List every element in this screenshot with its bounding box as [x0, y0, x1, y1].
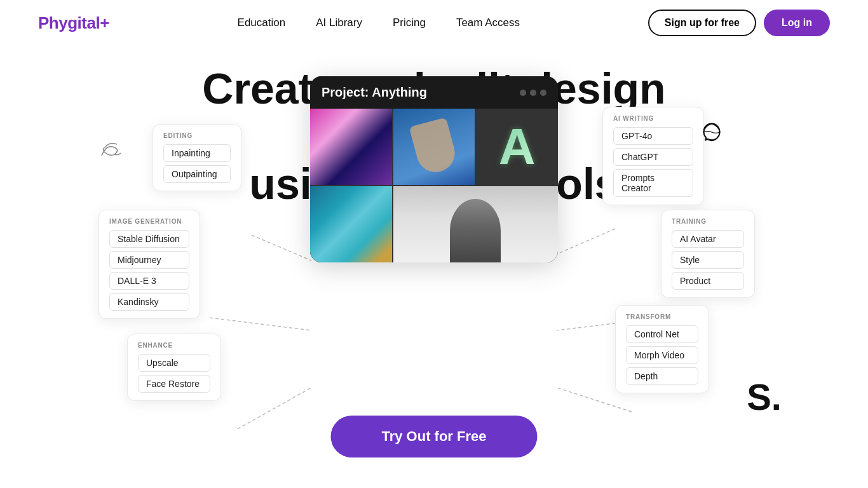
grid-cell-berries [310, 109, 392, 185]
enhance-label: ENHANCE [138, 342, 210, 349]
card-header: Project: Anything [310, 76, 558, 109]
imggen-item-dalle: DALL-E 3 [109, 272, 189, 290]
svg-line-1 [210, 318, 311, 330]
aiwriting-item-gpt4o: GPT-4o [613, 127, 693, 145]
editing-item-outpainting: Outpainting [163, 165, 231, 183]
imggen-label: IMAGE GENERATION [109, 218, 189, 225]
grid-cell-hand [393, 109, 475, 185]
enhance-item-facerestore: Face Restore [138, 375, 210, 393]
card-title: Project: Anything [322, 85, 427, 100]
try-free-button[interactable]: Try Out for Free [330, 416, 537, 458]
login-button[interactable]: Log in [764, 10, 830, 36]
aiwriting-item-prompts: Prompts Creator [613, 169, 693, 197]
transform-item-controlnet: Control Net [626, 325, 698, 343]
nav-team-access[interactable]: Team Access [456, 17, 520, 29]
image-generation-panel: IMAGE GENERATION Stable Diffusion Midjou… [98, 210, 200, 319]
editing-label: EDITING [163, 132, 231, 139]
aiwriting-label: AI WRITING [613, 115, 693, 122]
imggen-item-sd: Stable Diffusion [109, 230, 189, 248]
nav-ai-library[interactable]: AI Library [316, 17, 362, 29]
aiwriting-item-chatgpt: ChatGPT [613, 148, 693, 166]
woman-image [393, 186, 558, 262]
training-panel: TRAINING AI Avatar Style Product [661, 210, 755, 298]
logo[interactable]: Phygital+ [38, 13, 109, 33]
bird-icon [97, 137, 127, 167]
enhance-item-upscale: Upscale [138, 354, 210, 372]
transform-item-depth: Depth [626, 367, 698, 385]
transform-item-morphvideo: Morph Video [626, 346, 698, 364]
dot-3 [540, 90, 546, 96]
training-label: TRAINING [672, 218, 744, 225]
training-item-style: Style [672, 251, 744, 269]
project-card: Project: Anything A [310, 76, 558, 262]
transform-label: TRANSFORM [626, 313, 698, 320]
dot-2 [530, 90, 536, 96]
ai-writing-panel: AI WRITING GPT-4o ChatGPT Prompts Creato… [602, 107, 704, 205]
enhance-panel: ENHANCE Upscale Face Restore [127, 334, 221, 401]
openai-icon [700, 121, 723, 144]
transform-panel: TRANSFORM Control Net Morph Video Depth [615, 305, 709, 393]
grid-cell-marble [310, 186, 392, 262]
imggen-item-kandinsky: Kandinsky [109, 293, 189, 311]
card-image-grid: A [310, 109, 558, 262]
navbar: Phygital+ Education AI Library Pricing T… [0, 0, 868, 46]
cta-wrapper: Try Out for Free [330, 416, 537, 458]
card-dots [520, 90, 546, 96]
editing-panel: EDITING Inpainting Outpainting [153, 124, 241, 191]
editing-item-inpainting: Inpainting [163, 144, 231, 162]
nav-actions: Sign up for free Log in [648, 10, 830, 36]
svg-line-3 [557, 229, 615, 254]
signup-button[interactable]: Sign up for free [648, 10, 756, 36]
svg-line-2 [238, 388, 311, 429]
training-item-avatar: AI Avatar [672, 230, 744, 248]
grid-cell-woman [393, 186, 558, 262]
grid-cell-letter: A [476, 109, 558, 185]
imggen-item-midjourney: Midjourney [109, 251, 189, 269]
marble-image [310, 186, 392, 262]
dot-1 [520, 90, 526, 96]
s-decoration: S. [747, 376, 782, 418]
nav-pricing[interactable]: Pricing [393, 17, 426, 29]
svg-line-0 [252, 235, 311, 261]
letter-a-image: A [476, 109, 558, 185]
hand-image [393, 109, 475, 185]
nav-links: Education AI Library Pricing Team Access [238, 17, 520, 29]
berries-image [310, 109, 392, 185]
nav-education[interactable]: Education [238, 17, 286, 29]
training-item-product: Product [672, 272, 744, 290]
